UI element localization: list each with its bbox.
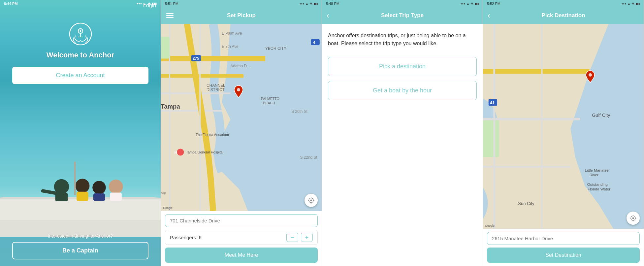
svg-text:Little Manatee: Little Manatee <box>585 168 609 172</box>
status-bar-trip: 5:48 PM ●●● ▲ ❋ ▮▮▮ <box>322 0 483 7</box>
svg-rect-17 <box>74 161 76 195</box>
pickup-title: Set Pickup <box>227 12 256 19</box>
hamburger-menu[interactable] <box>166 13 174 18</box>
svg-text:CHANNEL: CHANNEL <box>207 83 225 88</box>
pickup-bottom-panel: Passengers: 6 − + Meet Me Here <box>161 211 322 266</box>
svg-point-10 <box>75 179 89 193</box>
status-bar-pickup: 5:51 PM ●●● ▲ ❋ ▮▮▮ <box>161 0 322 7</box>
svg-text:Luzon: Luzon <box>161 191 166 195</box>
svg-text:Outstanding: Outstanding <box>587 183 608 186</box>
svg-point-12 <box>92 181 106 194</box>
svg-text:E Palm Ave: E Palm Ave <box>222 31 242 36</box>
svg-text:S 20th St: S 20th St <box>291 109 307 114</box>
pickup-screen: 5:51 PM ●●● ▲ ❋ ▮▮▮ Set Pickup <box>161 0 322 266</box>
status-time-3: 5:48 PM <box>326 2 339 6</box>
destination-pin <box>585 70 595 83</box>
login-button[interactable]: Login <box>143 3 156 8</box>
svg-text:H: H <box>174 150 177 155</box>
hamburger-line-3 <box>166 17 174 18</box>
pickup-address-input[interactable] <box>165 214 318 227</box>
pick-destination-button[interactable]: Pick a destination <box>328 57 477 76</box>
destination-screen: 5:52 PM ●●● ▲ ❋ ▮▮▮ ‹ Pick Destination <box>483 0 644 266</box>
svg-text:S 22nd St: S 22nd St <box>300 155 318 160</box>
pickup-pin <box>234 85 243 98</box>
dest-location-button[interactable] <box>627 212 640 225</box>
trip-description: Anchor offers destination trips, or just… <box>328 32 477 48</box>
svg-point-84 <box>632 217 634 219</box>
svg-point-2 <box>80 30 81 32</box>
destination-address-input[interactable] <box>487 232 640 245</box>
svg-rect-26 <box>161 37 170 59</box>
pickup-header: Set Pickup <box>161 7 322 24</box>
anchor-logo <box>69 22 92 47</box>
google-logo-dest: Google <box>485 224 495 227</box>
svg-marker-5 <box>0 199 161 220</box>
trip-type-screen: 5:48 PM ●●● ▲ ❋ ▮▮▮ ‹ Select Trip Type A… <box>322 0 483 266</box>
dest-bottom-panel: Set Destination <box>483 229 644 266</box>
svg-text:E 7th Ave: E 7th Ave <box>222 44 239 49</box>
hamburger-line-2 <box>166 15 174 16</box>
svg-rect-13 <box>93 193 105 201</box>
destination-map[interactable]: Cockroach Bay Aquatic Preserve Gulf City… <box>483 24 644 229</box>
svg-text:Gulf City: Gulf City <box>592 113 610 118</box>
driver-text: Interested in driving for Anchor? <box>48 233 113 239</box>
back-button-trip[interactable]: ‹ <box>327 11 329 20</box>
svg-point-82 <box>589 73 592 77</box>
battery-icon-2: ▮▮▮ <box>314 2 318 5</box>
status-bar-welcome: 8:44 PM ●●● ▲ ❋ ▮▮▮ <box>0 0 161 7</box>
svg-point-37 <box>177 149 184 155</box>
back-button-dest[interactable]: ‹ <box>488 11 490 20</box>
signal-icon-4: ●●● <box>622 2 627 5</box>
passenger-controls: − + <box>286 233 313 242</box>
welcome-bottom: Interested in driving for Anchor? Be a C… <box>0 233 161 266</box>
status-bar-dest: 5:52 PM ●●● ▲ ❋ ▮▮▮ <box>483 0 644 7</box>
svg-rect-60 <box>483 119 499 157</box>
status-icons-2: ●●● ▲ ❋ ▮▮▮ <box>300 2 318 5</box>
google-logo: Google <box>163 206 173 210</box>
svg-text:River: River <box>590 173 598 177</box>
passengers-label: Passengers: 6 <box>170 235 202 240</box>
pickup-map[interactable]: Water Works Park Tampa CHANNEL DISTRICT … <box>161 24 322 211</box>
bluetooth-icon-2: ❋ <box>310 2 312 5</box>
current-location-button[interactable] <box>305 194 318 207</box>
svg-text:4: 4 <box>313 40 315 45</box>
bluetooth-icon-4: ❋ <box>632 2 634 5</box>
increase-passengers-button[interactable]: + <box>301 233 313 242</box>
svg-text:DISTRICT: DISTRICT <box>207 87 225 92</box>
dest-title: Pick Destination <box>541 12 585 19</box>
battery-icon-4: ▮▮▮ <box>636 2 640 5</box>
svg-text:Tampa General Hospital: Tampa General Hospital <box>186 150 223 154</box>
svg-point-14 <box>109 180 123 194</box>
svg-rect-15 <box>110 192 121 201</box>
set-destination-button[interactable]: Set Destination <box>487 248 640 263</box>
svg-text:The Florida Aquarium: The Florida Aquarium <box>196 133 229 137</box>
svg-rect-11 <box>77 192 88 201</box>
battery-icon-3: ▮▮▮ <box>475 2 479 5</box>
trip-title: Select Trip Type <box>381 12 424 19</box>
hamburger-line-1 <box>166 13 174 14</box>
status-time-4: 5:52 PM <box>487 2 500 6</box>
svg-text:BEACH: BEACH <box>263 101 275 105</box>
get-boat-by-hour-button[interactable]: Get a boat by the hour <box>328 81 477 100</box>
svg-text:PALMETTO: PALMETTO <box>261 97 279 101</box>
svg-point-51 <box>237 88 240 91</box>
decrease-passengers-button[interactable]: − <box>286 233 298 242</box>
wifi-icon-3: ▲ <box>467 2 469 5</box>
be-captain-button[interactable]: Be a Captain <box>12 242 149 259</box>
dest-header: ‹ Pick Destination <box>483 7 644 24</box>
wifi-icon-4: ▲ <box>628 2 630 5</box>
svg-text:Sun City: Sun City <box>518 201 534 206</box>
status-icons-3: ●●● ▲ ❋ ▮▮▮ <box>461 2 479 5</box>
svg-text:41: 41 <box>490 100 495 105</box>
svg-point-53 <box>310 200 312 201</box>
signal-icon-3: ●●● <box>461 2 466 5</box>
create-account-button[interactable]: Create an Account <box>12 67 149 84</box>
meet-me-here-button[interactable]: Meet Me Here <box>165 248 318 263</box>
trip-content: Anchor offers destination trips, or just… <box>322 24 483 266</box>
trip-header: ‹ Select Trip Type <box>322 7 483 24</box>
svg-text:YBOR CITY: YBOR CITY <box>265 46 286 51</box>
svg-text:Adamo D...: Adamo D... <box>231 64 250 68</box>
welcome-title: Welcome to Anchor <box>47 51 114 59</box>
bluetooth-icon-3: ❋ <box>471 2 473 5</box>
welcome-screen: 8:44 PM ●●● ▲ ❋ ▮▮▮ Login <box>0 0 161 266</box>
